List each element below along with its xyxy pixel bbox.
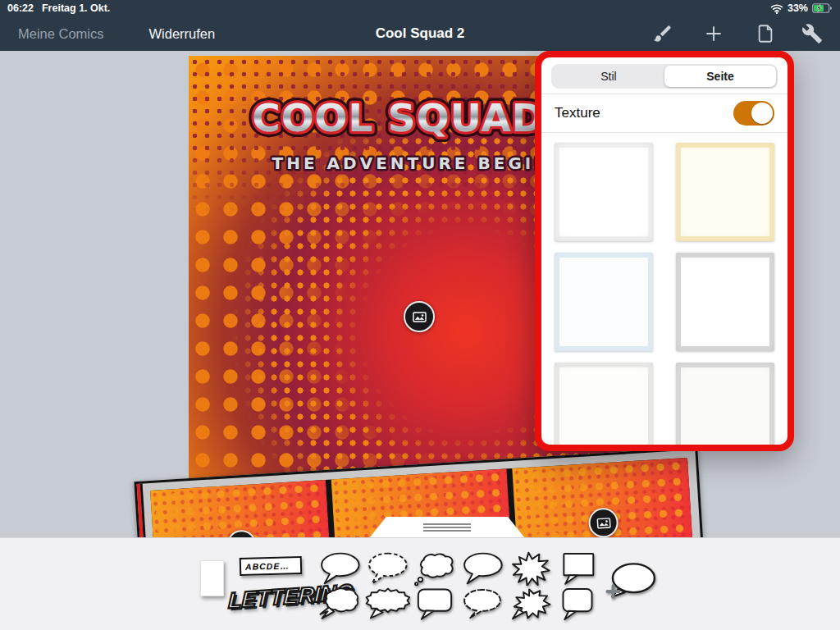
balloon-speech-oval[interactable] (316, 550, 363, 586)
balloon-rounded-square-speech[interactable] (554, 586, 601, 621)
cover-subtitle: THE ADVENTURE BEGINS (272, 153, 567, 173)
texture-row: Texture (541, 94, 788, 132)
undo-button[interactable]: Widerrufen (149, 26, 216, 42)
tab-seite[interactable]: Seite (664, 66, 776, 87)
texture-swatch-paper-ice-blue[interactable] (555, 253, 653, 351)
clock: 06:22 (7, 2, 34, 14)
plus-icon (703, 23, 724, 44)
texture-swatch-grid (541, 133, 788, 451)
texture-swatch-paper-gray-border[interactable] (676, 253, 774, 351)
my-comics-button[interactable]: Meine Comics (18, 26, 104, 42)
wifi-icon (770, 3, 783, 14)
battery-percent: 33% (788, 2, 808, 14)
status-bar: 06:22 Freitag 1. Okt. 33% (0, 0, 840, 16)
texture-toggle[interactable] (733, 101, 774, 126)
toggle-knob (751, 103, 773, 124)
style-brush-button[interactable] (652, 23, 673, 44)
balloon-speech-oval[interactable] (459, 550, 506, 586)
texture-label: Texture (555, 105, 600, 121)
balloon-jagged-burst[interactable] (506, 586, 554, 621)
texture-swatch-paper-white[interactable] (555, 143, 653, 241)
navigation-bar: Meine Comics Widerrufen Cool Squad 2 (0, 16, 840, 51)
texture-swatch-paper-cream[interactable] (676, 143, 774, 241)
balloon-sketchy-oval[interactable] (459, 586, 506, 621)
image-placeholder-button[interactable] (588, 507, 619, 538)
image-placeholder-button[interactable] (404, 301, 435, 332)
drag-handle-icon (423, 523, 471, 534)
image-icon (596, 514, 612, 531)
caption-box-item[interactable]: ABCDE… (240, 556, 303, 576)
balloon-cloud-zigzag-tail[interactable] (316, 586, 363, 621)
elements-toolbar: ABCDE… LETTERING (0, 537, 840, 630)
page-icon (755, 23, 776, 44)
battery-charging-icon (812, 3, 833, 13)
settings-button[interactable] (801, 23, 823, 44)
wrench-icon (801, 23, 823, 44)
balloon-palette (316, 550, 601, 621)
balloon-rounded-rect-speech[interactable] (411, 586, 459, 621)
texture-swatch-paper-soft-white[interactable] (555, 363, 653, 451)
style-popover: Stil Seite Texture (535, 51, 794, 451)
balloon-starburst[interactable] (506, 550, 554, 586)
blank-panel-item[interactable] (200, 560, 224, 596)
pages-button[interactable] (755, 23, 776, 44)
popover-tab-bar: Stil Seite (551, 64, 778, 89)
paintbrush-icon (652, 23, 673, 44)
add-element-button[interactable] (703, 23, 724, 44)
add-custom-balloon-item[interactable] (600, 559, 660, 600)
texture-swatch-paper-mottled[interactable] (676, 363, 774, 451)
date: Freitag 1. Okt. (42, 2, 110, 14)
balloon-spiky-oval[interactable] (363, 586, 411, 621)
image-icon (412, 309, 427, 325)
balloon-thought-cloud[interactable] (411, 550, 459, 586)
balloon-speech-oval-dashed[interactable] (363, 550, 411, 586)
page-drawer-handle[interactable] (369, 517, 525, 538)
tab-stil[interactable]: Stil (553, 66, 664, 87)
balloon-square-speech[interactable] (554, 550, 601, 586)
